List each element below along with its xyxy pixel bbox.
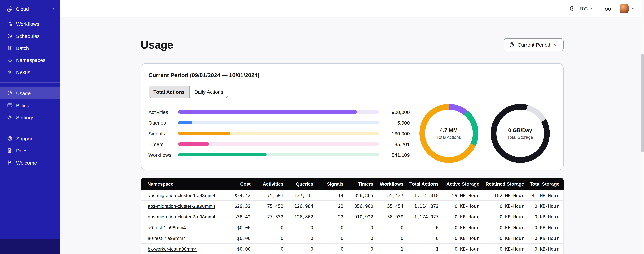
bar-value: 541,109 [379, 152, 410, 158]
column-header-timers: Timers [348, 178, 377, 190]
cell-total-actions: 1,174,077 [408, 212, 443, 222]
usage-bar-row: Signals130,000 [148, 128, 410, 139]
timezone-selector[interactable]: UTC [570, 6, 594, 11]
scrollbar-thumb[interactable] [641, 54, 644, 152]
cell-workflows: 0 [377, 222, 408, 233]
user-menu[interactable] [620, 4, 635, 13]
cell-total-storage: 0 KB-Hour [528, 201, 563, 212]
table-row: abs-migration-cluster-3.a98mm4$38.4277,3… [141, 212, 563, 222]
table-row: bk-worker-test.a98mm4$0.000000110 KB-Hou… [141, 244, 563, 254]
page-scrollbar[interactable] [641, 0, 644, 254]
content: Usage Current Period Current Period (09/… [60, 17, 644, 254]
cell-total-storage: 0 KB-Hour [528, 212, 563, 222]
sidebar-item-namespaces[interactable]: Namespaces [0, 54, 60, 66]
bar-track [178, 153, 379, 156]
collapse-sidebar-icon[interactable] [51, 6, 56, 11]
cell-workflows: 58,939 [377, 212, 408, 222]
period-selector-button[interactable]: Current Period [504, 38, 563, 51]
tab-daily-actions[interactable]: Daily Actions [190, 86, 228, 98]
sidebar-nav-account: UsageBillingSettings [0, 87, 60, 123]
chevron-down-icon [590, 6, 594, 10]
cell-cost: $0.00 [222, 244, 254, 254]
cell-timers: 910,922 [348, 212, 377, 222]
usage-bar-row: Queries5,000 [148, 117, 410, 128]
column-header-total-storage: Total Storage [528, 178, 563, 190]
bar-fill [178, 132, 230, 135]
table-row: abs-migration-cluster-2.a98mm4$29.3275,4… [141, 201, 563, 212]
cell-total-actions: 1 [408, 244, 443, 254]
billing-icon [7, 102, 13, 108]
cell-queries: 0 [288, 244, 317, 254]
cell-timers: 856,960 [348, 201, 377, 212]
cell-timers: 0 [348, 244, 377, 254]
table-header-row: NamespaceCostActivitiesQueriesSignalsTim… [141, 178, 563, 190]
sidebar-item-usage[interactable]: Usage [0, 87, 60, 99]
app-root: Cloud WorkflowsSchedulesBatchNamespacesN… [0, 0, 644, 254]
sidebar-item-settings[interactable]: Settings [0, 111, 60, 123]
main-area: UTC Usage Current Period [60, 0, 644, 254]
cell-activities: 0 [254, 244, 288, 254]
namespace-link[interactable]: abs-migration-cluster-1.a98mm4 [148, 192, 215, 198]
namespace-link[interactable]: abs-migration-cluster-2.a98mm4 [148, 203, 215, 208]
table-row: abs-migration-cluster-1.a98mm4$34.4275,5… [141, 190, 563, 201]
bar-track [178, 121, 379, 124]
column-header-total-actions: Total Actions [408, 178, 443, 190]
product-name: Cloud [16, 6, 29, 12]
sidebar-item-workflows[interactable]: Workflows [0, 18, 60, 30]
namespace-link[interactable]: a0-test-2.a98mm4 [148, 236, 186, 241]
usage-icon [7, 90, 13, 96]
tab-total-actions[interactable]: Total Actions [149, 86, 190, 98]
cell-retained-storage: 0 KB-Hour [483, 201, 528, 212]
namespace-usage-table: NamespaceCostActivitiesQueriesSignalsTim… [141, 178, 563, 254]
sidebar-item-label: Schedules [16, 33, 40, 39]
cell-active-storage: 59 MB-Hour [443, 190, 483, 201]
sidebar-item-docs[interactable]: Docs [0, 144, 60, 156]
sidebar-item-billing[interactable]: Billing [0, 99, 60, 111]
cell-retained-storage: 0 KB-Hour [483, 222, 528, 233]
cell-signals: 22 [317, 212, 348, 222]
cell-total-actions: 1,115,018 [408, 190, 443, 201]
sidebar-item-batch[interactable]: Batch [0, 42, 60, 54]
cell-activities: 75,452 [254, 201, 288, 212]
timezone-label: UTC [577, 6, 588, 11]
cell-timers: 0 [348, 233, 377, 244]
namespace-link[interactable]: a0-test-1.a98mm4 [148, 225, 186, 230]
sidebar-item-label: Docs [16, 148, 28, 153]
cell-activities: 0 [254, 222, 288, 233]
cell-cost: $29.32 [222, 201, 254, 212]
sidebar-item-schedules[interactable]: Schedules [0, 30, 60, 42]
donut-chart-total-actions: 4.7 MMTotal Actions [419, 104, 478, 163]
welcome-icon [7, 160, 13, 166]
period-selector-label: Current Period [518, 42, 550, 48]
bar-fill [178, 142, 209, 146]
bar-label: Activities [148, 109, 178, 115]
cell-signals: 0 [317, 233, 348, 244]
cell-timers: 856,865 [348, 190, 377, 201]
bar-value: 130,000 [379, 130, 410, 136]
cell-cost: $0.00 [222, 222, 254, 233]
cell-total-actions: 1,114,872 [408, 201, 443, 212]
sidebar: Cloud WorkflowsSchedulesBatchNamespacesN… [0, 0, 60, 254]
usage-charts: Activities900,000Queries5,000Signals130,… [148, 104, 556, 163]
namespace-link[interactable]: abs-migration-cluster-3.a98mm4 [148, 214, 215, 219]
glasses-icon[interactable] [604, 5, 612, 12]
sidebar-item-support[interactable]: Support [0, 132, 60, 144]
cell-timers: 0 [348, 222, 377, 233]
cell-namespace: a0-test-2.a98mm4 [141, 233, 222, 244]
column-header-signals: Signals [317, 178, 348, 190]
cell-active-storage: 0 KB-Hour [443, 212, 483, 222]
usage-donut-charts: 4.7 MMTotal Actions0 GB/DayTotal Storage [419, 104, 556, 163]
sidebar-item-label: Batch [16, 45, 29, 51]
sidebar-item-nexus[interactable]: Nexus [0, 66, 60, 78]
namespace-link[interactable]: bk-worker-test.a98mm4 [148, 246, 197, 252]
docs-icon [7, 148, 13, 154]
column-header-retained-storage: Retained Storage [483, 178, 528, 190]
sidebar-divider [0, 128, 60, 128]
topbar: UTC [60, 0, 644, 17]
column-header-activities: Activities [254, 178, 288, 190]
sidebar-item-label: Namespaces [16, 57, 46, 63]
sidebar-item-welcome[interactable]: Welcome [0, 156, 60, 168]
cell-workflows: 0 [377, 233, 408, 244]
sidebar-nav-help: SupportDocsWelcome [0, 132, 60, 168]
cell-signals: 0 [317, 222, 348, 233]
